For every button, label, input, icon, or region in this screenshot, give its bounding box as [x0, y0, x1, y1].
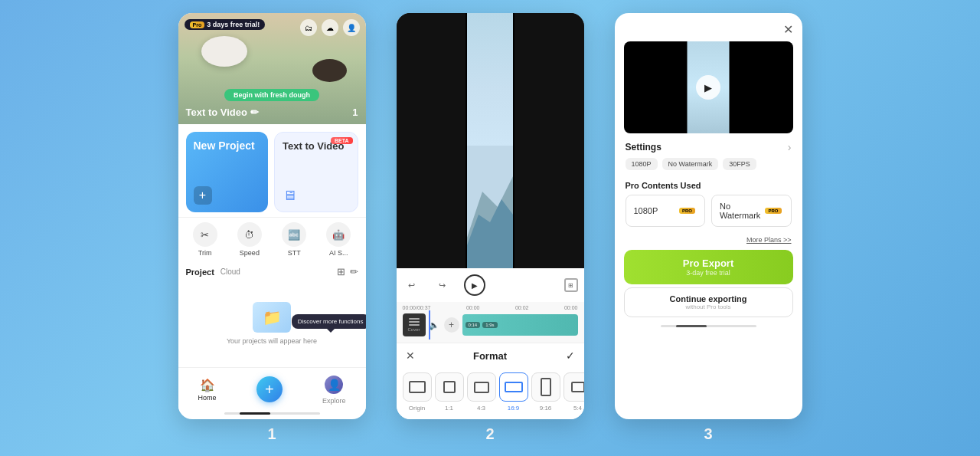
- cover-thumbnail[interactable]: Cover: [403, 313, 426, 336]
- text-to-video-tile[interactable]: BETA Text to Video 🖥: [274, 132, 358, 212]
- 1-1-label: 1:1: [445, 405, 453, 412]
- 16-9-shape: [505, 382, 523, 392]
- speed-label: Speed: [240, 249, 260, 257]
- tool-stt[interactable]: 🔤 STT: [282, 222, 306, 257]
- format-icon-16-9: [499, 372, 528, 402]
- tag-30fps: 30FPS: [723, 158, 756, 170]
- ai-icon: 🤖: [326, 222, 351, 247]
- format-icon-4-3: [467, 372, 496, 402]
- card3-header: ✕: [615, 13, 802, 41]
- timeline-area: 00:00/00:37 00:00 00:02 00:00 Cover �: [397, 302, 584, 343]
- archive-icon[interactable]: 🗂: [300, 19, 317, 36]
- video-right-panel: [514, 13, 584, 268]
- tool-trim[interactable]: ✂ Trim: [193, 222, 217, 257]
- pro-export-button[interactable]: Pro Export 3-day free trial: [624, 250, 793, 284]
- timestamp-start: 00:00/00:37: [403, 305, 431, 310]
- play-button[interactable]: ▶: [464, 274, 485, 296]
- new-project-tile[interactable]: New Project +: [186, 132, 269, 212]
- 9-16-shape: [541, 378, 551, 396]
- discover-tooltip[interactable]: Discover more functions: [292, 314, 366, 329]
- origin-label: Origin: [409, 405, 425, 412]
- step-3-label: 3: [704, 425, 712, 443]
- 9-16-label: 9:16: [540, 405, 552, 412]
- pro-content-1080p: 1080P PRO: [626, 195, 706, 227]
- phone-card-3: ✕ ▶ Settings › 1080P No Watermark 30FPS: [615, 13, 802, 419]
- edit-icon[interactable]: ✏: [350, 266, 358, 277]
- tool-ai[interactable]: 🤖 AI S...: [326, 222, 351, 257]
- format-option-origin[interactable]: Origin: [403, 372, 432, 412]
- card3-video-preview[interactable]: ▶: [624, 41, 793, 133]
- hero-step-number: 1: [352, 107, 358, 118]
- pro-content-no-watermark: No Watermark PRO: [711, 195, 792, 227]
- pro-trial-badge[interactable]: Pro 3 days free trial!: [185, 19, 266, 30]
- format-icon-5-4: [564, 372, 584, 402]
- format-confirm-button[interactable]: ✓: [566, 349, 575, 362]
- pro-badge-2: PRO: [765, 208, 781, 214]
- clip-badge-1: 0:14: [466, 322, 481, 328]
- settings-tags: 1080P No Watermark 30FPS: [626, 158, 792, 170]
- text-to-video-hero-label: Text to Video ✏: [186, 107, 259, 118]
- trial-text: 3 days free trial!: [207, 21, 260, 28]
- continue-export-button[interactable]: Continue exporting without Pro tools: [624, 287, 793, 317]
- beta-badge: BETA: [331, 137, 353, 144]
- format-bar: ✕ Format ✓: [397, 343, 584, 368]
- continue-export-title: Continue exporting: [631, 294, 786, 303]
- 16-9-label: 16:9: [508, 405, 520, 412]
- settings-arrow-icon[interactable]: ›: [788, 141, 792, 153]
- pro-export-title: Pro Export: [632, 258, 786, 269]
- pro-badge-1: PRO: [679, 208, 695, 214]
- scroll-dot: [240, 412, 270, 415]
- hero-image: Pro 3 days free trial! 🗂 ☁ 👤 Begin with …: [178, 13, 366, 124]
- nav-add-button[interactable]: +: [256, 376, 283, 402]
- card3-close-button[interactable]: ✕: [783, 22, 793, 37]
- add-clip-button[interactable]: +: [444, 317, 459, 333]
- pro-contents-label: Pro Contents Used: [626, 181, 792, 190]
- user-icon[interactable]: 👤: [343, 19, 360, 36]
- format-close-button[interactable]: ✕: [406, 349, 415, 362]
- spacer1: [498, 276, 552, 294]
- format-icon-1-1: [435, 372, 464, 402]
- format-option-4-3[interactable]: 4:3: [467, 372, 496, 412]
- project-tiles: New Project + BETA Text to Video 🖥: [178, 124, 366, 217]
- trim-label: Trim: [198, 249, 212, 257]
- scroll-indicator: [224, 412, 320, 415]
- pro-nowatermark-label: No Watermark: [720, 202, 765, 220]
- speed-icon: ⏱: [237, 222, 262, 247]
- section-header: Project Cloud ⊞ ✏: [178, 261, 366, 279]
- pro-label: Pro: [190, 21, 205, 28]
- settings-title: Settings: [626, 142, 662, 153]
- pro-export-subtitle: 3-day free trial: [632, 269, 786, 277]
- step-1-label: 1: [267, 425, 276, 443]
- audio-icon: 🔈: [429, 320, 439, 330]
- card3-scroll-indicator: [661, 325, 756, 327]
- grid-icon[interactable]: ⊞: [337, 266, 345, 277]
- format-option-5-4[interactable]: 5:4: [564, 372, 584, 412]
- home-label: Home: [198, 394, 217, 402]
- timeline-cursor: [429, 310, 430, 340]
- clip-bar[interactable]: 0:14 1:9s: [462, 314, 578, 336]
- continue-export-subtitle: without Pro tools: [631, 303, 786, 310]
- timestamp-4: 00:00: [564, 305, 578, 310]
- format-option-1-1[interactable]: 1:1: [435, 372, 464, 412]
- video-left-panel: [397, 13, 466, 268]
- tools-row: ✂ Trim ⏱ Speed 🔤 STT 🤖 AI S...: [178, 217, 366, 261]
- phone-card-1: Pro 3 days free trial! 🗂 ☁ 👤 Begin with …: [178, 13, 366, 419]
- upload-icon[interactable]: ☁: [322, 19, 338, 36]
- nav-home[interactable]: 🏠 Home: [198, 378, 217, 402]
- video-center-panel: [467, 13, 513, 268]
- format-option-9-16[interactable]: 9:16: [531, 372, 560, 412]
- nav-explore[interactable]: 👤 Explore: [322, 374, 346, 405]
- add-project-icon[interactable]: +: [194, 186, 212, 205]
- format-option-16-9[interactable]: 16:9: [499, 372, 528, 412]
- 5-4-shape: [571, 382, 584, 392]
- preview-play-button[interactable]: ▶: [696, 75, 720, 100]
- empty-folder-icon: 📁: [253, 302, 291, 333]
- fullscreen-button[interactable]: ⊞: [564, 278, 578, 292]
- tool-speed[interactable]: ⏱ Speed: [237, 222, 262, 257]
- new-project-label: New Project: [194, 139, 255, 153]
- stt-label: STT: [288, 249, 301, 257]
- more-plans-link[interactable]: More Plans >>: [615, 233, 802, 244]
- redo-button[interactable]: ↪: [433, 276, 452, 294]
- cover-label: Cover: [407, 327, 420, 332]
- undo-button[interactable]: ↩: [403, 276, 421, 294]
